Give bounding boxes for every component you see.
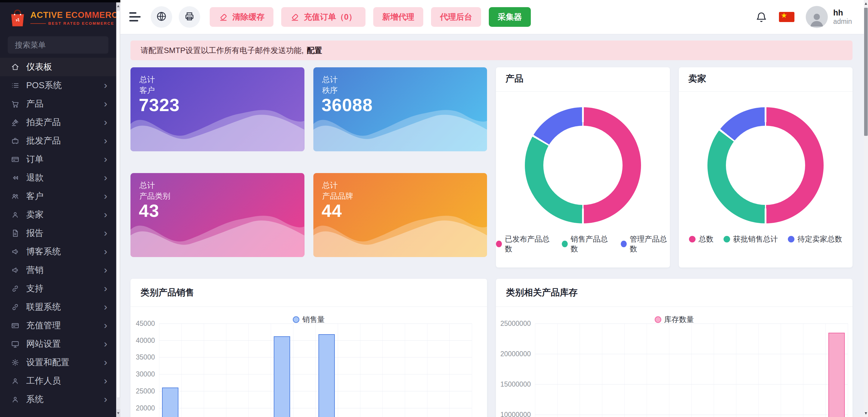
- button-label: 清除缓存: [232, 11, 265, 22]
- sidebar-item-拍卖产品[interactable]: 拍卖产品›: [0, 113, 116, 132]
- sidebar-item-系统[interactable]: 系统›: [0, 390, 116, 409]
- legend-item-销售量[interactable]: 销售量: [293, 315, 325, 324]
- legend-label: 总数: [699, 234, 713, 244]
- sidebar-item-POS系统[interactable]: POS系统›: [0, 76, 116, 95]
- page-scrollbar-thumb[interactable]: [864, 8, 868, 136]
- sidebar-item-博客系统[interactable]: 博客系统›: [0, 243, 116, 261]
- main-content: 请配置SMTP设置以工作所有电子邮件发送功能, 配置 总计 客户 7323 总计…: [120, 34, 864, 417]
- topbar-button-新增代理[interactable]: 新增代理: [373, 7, 423, 27]
- sidebar-item-联盟系统[interactable]: 联盟系统›: [0, 298, 116, 316]
- scroll-up-icon[interactable]: [116, 2, 120, 10]
- sidebar-item-label: 拍卖产品: [26, 117, 97, 128]
- card-title: 卖家: [679, 67, 853, 92]
- alert-configure-link[interactable]: 配置: [307, 45, 322, 56]
- card-title: 类别相关产品库存: [496, 279, 852, 307]
- legend-item-销售产品总数[interactable]: 销售产品总数: [562, 234, 611, 254]
- sellers-donut-chart: [708, 107, 824, 223]
- legend-item-库存数量[interactable]: 库存数量: [655, 315, 694, 324]
- scroll-up-icon[interactable]: [865, 2, 867, 5]
- sidebar-item-label: 退款: [26, 172, 97, 184]
- page-scrollbar[interactable]: [864, 0, 868, 417]
- sidebar-item-仪表板[interactable]: 仪表板: [0, 58, 116, 76]
- sidebar-item-批发产品[interactable]: 批发产品›: [0, 132, 116, 150]
- category-sales-chart-card: 类别产品销售 销售量450004000035000300002500020000…: [130, 279, 487, 417]
- chevron-right-icon: ›: [104, 80, 107, 90]
- sidebar-item-支持[interactable]: 支持›: [0, 279, 116, 298]
- sidebar: ACTIVE ECOMMERCE CMS BEST RATED ECOMMERC…: [0, 0, 120, 417]
- sidebar-item-label: 联盟系统: [26, 301, 97, 313]
- chevron-right-icon: ›: [104, 357, 107, 367]
- top-navbar: 清除缓存充值订单（0）新增代理代理后台采集器 ★ hh admin: [120, 0, 864, 34]
- y-axis-tick: 15000000: [496, 380, 531, 388]
- printer-icon: [184, 11, 195, 23]
- sidebar-item-网站设置[interactable]: 网站设置›: [0, 335, 116, 353]
- sidebar-item-产品[interactable]: 产品›: [0, 95, 116, 113]
- topbar-button-充值订单（0）[interactable]: 充值订单（0）: [281, 7, 366, 27]
- sidebar-item-label: 网站设置: [26, 338, 97, 350]
- eraser-icon: [290, 12, 300, 22]
- topbar-button-代理后台[interactable]: 代理后台: [431, 7, 481, 27]
- legend-item-待定卖家总数[interactable]: 待定卖家总数: [788, 234, 842, 244]
- scroll-down-icon[interactable]: [865, 412, 867, 415]
- gridline: [159, 374, 472, 375]
- notifications-bell-icon[interactable]: [755, 11, 768, 23]
- sidebar-item-退款[interactable]: 退款›: [0, 169, 116, 187]
- gridline: [382, 323, 383, 417]
- sidebar-top-strip: [0, 0, 120, 2]
- gridline: [159, 357, 472, 357]
- sidebar-item-label: 设置和配置: [26, 356, 97, 368]
- category-stock-chart-card: 类别相关产品库存 库存数量250000002000000015000000100…: [496, 279, 852, 417]
- button-label: 采集器: [498, 11, 522, 22]
- link-icon: [11, 284, 20, 293]
- gridline: [535, 415, 848, 415]
- sidebar-scrollbar[interactable]: [116, 2, 120, 417]
- sidebar-item-订单[interactable]: 订单›: [0, 150, 116, 169]
- sidebar-item-设置和配置[interactable]: 设置和配置›: [0, 353, 116, 372]
- sidebar-scrollbar-thumb[interactable]: [117, 11, 120, 398]
- legend-label: 已发布产品总数: [505, 234, 552, 254]
- gridline: [360, 323, 361, 417]
- sidebar-item-客户[interactable]: 客户›: [0, 187, 116, 205]
- sidebar-item-工作人员[interactable]: 工作人员›: [0, 372, 116, 390]
- chevron-right-icon: ›: [104, 209, 107, 219]
- legend-dot: [655, 316, 661, 323]
- topbar-button-清除缓存[interactable]: 清除缓存: [210, 7, 274, 27]
- legend-item-已发布产品总数[interactable]: 已发布产品总数: [496, 234, 552, 254]
- chevron-right-icon: ›: [104, 98, 107, 108]
- legend-dot: [621, 241, 627, 247]
- brand-logo[interactable]: ACTIVE ECOMMERCE CMS BEST RATED ECOMMERC…: [0, 2, 116, 33]
- gridline: [405, 323, 405, 417]
- category-stock-bar-chart: 库存数量25000000200000001500000010000000: [496, 307, 852, 417]
- sidebar-search-input[interactable]: [8, 36, 108, 54]
- alert-message: 请配置SMTP设置以工作所有电子邮件发送功能,: [141, 45, 304, 56]
- sidebar-item-报告[interactable]: 报告›: [0, 224, 116, 243]
- sidebar-item-卖家[interactable]: 卖家›: [0, 205, 116, 224]
- gridline: [293, 323, 293, 417]
- sidebar-item-充值管理[interactable]: 充值管理›: [0, 316, 116, 335]
- legend-item-管理产品总数[interactable]: 管理产品总数: [621, 234, 670, 254]
- legend-dot: [723, 236, 730, 243]
- stat-label: 产品品牌: [322, 191, 353, 201]
- gridline: [580, 323, 580, 417]
- legend-label: 管理产品总数: [630, 234, 670, 254]
- products-donut-chart: [525, 107, 641, 223]
- y-axis-tick: 35000: [130, 353, 155, 361]
- bar-plot: 45000400003500030000250002000015000: [159, 323, 472, 417]
- gridline: [338, 323, 338, 417]
- sidebar-item-label: 工作人员: [26, 375, 97, 387]
- website-globe-button[interactable]: [151, 6, 172, 28]
- legend-item-获批销售总计[interactable]: 获批销售总计: [723, 234, 778, 244]
- sidebar-toggle-icon[interactable]: [129, 12, 143, 22]
- topbar-button-采集器[interactable]: 采集器: [489, 7, 531, 27]
- scroll-down-icon[interactable]: [116, 409, 120, 417]
- stat-label: 客户: [140, 85, 155, 96]
- user-menu[interactable]: hh admin: [806, 6, 852, 28]
- shopping-bag-logo-icon: [9, 9, 26, 27]
- pos-print-button[interactable]: [179, 6, 200, 28]
- sidebar-item-label: 支持: [26, 283, 97, 295]
- sidebar-menu: 仪表板POS系统›产品›拍卖产品›批发产品›订单›退款›客户›卖家›报告›博客系…: [0, 58, 116, 409]
- sidebar-item-营销[interactable]: 营销›: [0, 261, 116, 279]
- list-icon: [11, 81, 20, 90]
- language-china-flag[interactable]: ★: [779, 12, 795, 22]
- legend-item-总数[interactable]: 总数: [689, 234, 713, 244]
